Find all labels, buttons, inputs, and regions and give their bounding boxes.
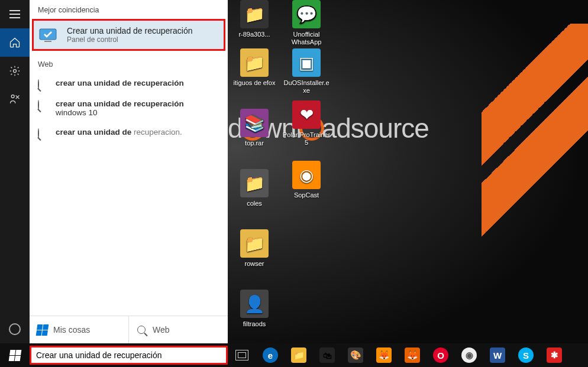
desktop-icon[interactable]: 📁itiguos de efox (229, 48, 280, 87)
taskbar-firefox[interactable]: 🦊 (398, 343, 427, 367)
taskbar-edge[interactable]: e (256, 343, 285, 367)
control-panel-icon (38, 24, 60, 46)
search-results-panel: Mejor coincidencia Crear una unidad de r… (30, 0, 228, 343)
web-tab-label: Web (153, 325, 170, 334)
taskbar-file-explorer[interactable]: 📁 (285, 343, 313, 367)
desktop-icon[interactable]: 💬Unofficial WhatsApp (281, 0, 332, 46)
my-stuff-tab[interactable]: Mis cosas (30, 316, 128, 343)
web-tab[interactable]: Web (128, 316, 228, 343)
search-box[interactable] (30, 346, 228, 365)
taskbar-skype[interactable]: S (512, 343, 540, 367)
web-suggestion[interactable]: crear una unidad de recuperación (30, 73, 228, 94)
search-icon (38, 100, 47, 109)
desktop-icon[interactable]: ◉SopCast (281, 161, 332, 199)
svg-point-1 (11, 95, 14, 98)
desktop-icons-area: 📁r-89a303...💬Unofficial WhatsApp📁itiguos… (228, 0, 588, 343)
web-header: Web (30, 54, 228, 73)
home-button[interactable] (0, 28, 30, 57)
taskbar-firefox-dev[interactable]: 🦊 (370, 343, 398, 367)
my-stuff-label: Mis cosas (53, 325, 90, 334)
taskbar-word[interactable]: W (483, 343, 512, 367)
svg-point-0 (14, 70, 17, 73)
taskbar: e📁🛍🎨🦊🦊O◉WS✱ (0, 343, 588, 367)
desktop-icon[interactable]: 📚top.rar (229, 109, 280, 147)
taskbar-chrome[interactable]: ◉ (455, 343, 483, 367)
search-icon (38, 80, 47, 89)
web-suggestion[interactable]: crear una unidad de recuperacion. (30, 122, 228, 143)
svg-rect-2 (40, 29, 56, 40)
best-match-result[interactable]: Crear una unidad de recuperación Panel d… (32, 19, 225, 51)
feedback-button[interactable] (0, 85, 30, 113)
desktop-icon[interactable]: ❤Polar ProTrainer 5 (281, 100, 332, 147)
svg-rect-3 (44, 41, 51, 42)
taskbar-windows-store[interactable]: 🛍 (313, 343, 341, 367)
panel-filter-tabs: Mis cosas Web (30, 316, 228, 343)
best-match-header: Mejor coincidencia (30, 0, 228, 19)
best-match-subtitle: Panel de control (67, 35, 192, 44)
taskbar-task-view[interactable] (228, 343, 256, 367)
search-icon (38, 129, 47, 138)
settings-button[interactable] (0, 57, 30, 85)
windows-icon (37, 324, 47, 335)
desktop-icon[interactable]: ▣DuOSInstaller.exe (281, 48, 332, 95)
start-button[interactable] (0, 343, 30, 367)
menu-button[interactable] (0, 0, 30, 28)
desktop-icon[interactable]: 📁rowser (229, 229, 280, 268)
taskbar-paint[interactable]: 🎨 (341, 343, 370, 367)
cortana-button[interactable] (0, 315, 30, 343)
desktop-icon[interactable]: 📁coles (229, 169, 280, 207)
search-input[interactable] (36, 350, 221, 360)
desktop-icon[interactable]: 📁r-89a303... (229, 0, 280, 38)
web-suggestion[interactable]: crear una unidad de recuperaciónwindows … (30, 94, 228, 122)
taskbar-opera[interactable]: O (427, 343, 455, 367)
search-icon (136, 324, 147, 335)
cortana-rail (0, 0, 30, 343)
desktop-icon[interactable]: 👤filtraods (229, 290, 280, 328)
taskbar-app-red[interactable]: ✱ (540, 343, 568, 367)
task-view-icon (235, 350, 248, 360)
best-match-title: Crear una unidad de recuperación (67, 26, 192, 35)
